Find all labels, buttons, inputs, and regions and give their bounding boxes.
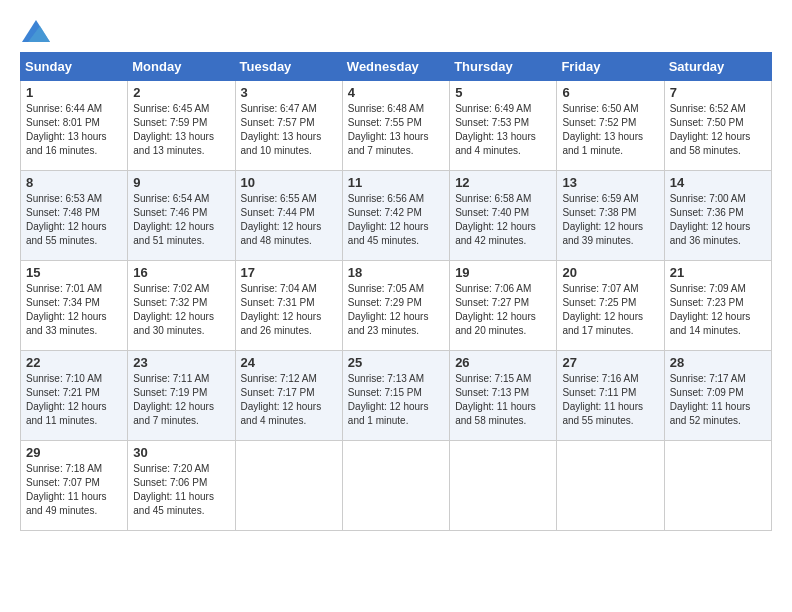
day-number: 3 bbox=[241, 85, 337, 100]
calendar-cell: 28Sunrise: 7:17 AMSunset: 7:09 PMDayligh… bbox=[664, 351, 771, 441]
calendar-cell: 15Sunrise: 7:01 AMSunset: 7:34 PMDayligh… bbox=[21, 261, 128, 351]
day-info: Sunrise: 7:05 AMSunset: 7:29 PMDaylight:… bbox=[348, 282, 444, 338]
calendar-cell: 19Sunrise: 7:06 AMSunset: 7:27 PMDayligh… bbox=[450, 261, 557, 351]
day-header-sunday: Sunday bbox=[21, 53, 128, 81]
calendar-cell bbox=[557, 441, 664, 531]
calendar-cell: 29Sunrise: 7:18 AMSunset: 7:07 PMDayligh… bbox=[21, 441, 128, 531]
day-number: 19 bbox=[455, 265, 551, 280]
day-number: 6 bbox=[562, 85, 658, 100]
day-header-monday: Monday bbox=[128, 53, 235, 81]
days-header-row: SundayMondayTuesdayWednesdayThursdayFrid… bbox=[21, 53, 772, 81]
day-number: 14 bbox=[670, 175, 766, 190]
day-number: 10 bbox=[241, 175, 337, 190]
day-header-saturday: Saturday bbox=[664, 53, 771, 81]
day-info: Sunrise: 7:13 AMSunset: 7:15 PMDaylight:… bbox=[348, 372, 444, 428]
day-number: 2 bbox=[133, 85, 229, 100]
calendar-cell: 4Sunrise: 6:48 AMSunset: 7:55 PMDaylight… bbox=[342, 81, 449, 171]
day-number: 20 bbox=[562, 265, 658, 280]
calendar-week-row: 1Sunrise: 6:44 AMSunset: 8:01 PMDaylight… bbox=[21, 81, 772, 171]
day-info: Sunrise: 7:17 AMSunset: 7:09 PMDaylight:… bbox=[670, 372, 766, 428]
day-info: Sunrise: 7:16 AMSunset: 7:11 PMDaylight:… bbox=[562, 372, 658, 428]
day-info: Sunrise: 6:56 AMSunset: 7:42 PMDaylight:… bbox=[348, 192, 444, 248]
calendar-cell: 20Sunrise: 7:07 AMSunset: 7:25 PMDayligh… bbox=[557, 261, 664, 351]
day-number: 27 bbox=[562, 355, 658, 370]
day-number: 25 bbox=[348, 355, 444, 370]
calendar-cell: 2Sunrise: 6:45 AMSunset: 7:59 PMDaylight… bbox=[128, 81, 235, 171]
day-info: Sunrise: 6:50 AMSunset: 7:52 PMDaylight:… bbox=[562, 102, 658, 158]
calendar-week-row: 8Sunrise: 6:53 AMSunset: 7:48 PMDaylight… bbox=[21, 171, 772, 261]
day-info: Sunrise: 6:44 AMSunset: 8:01 PMDaylight:… bbox=[26, 102, 122, 158]
day-info: Sunrise: 7:10 AMSunset: 7:21 PMDaylight:… bbox=[26, 372, 122, 428]
day-info: Sunrise: 6:53 AMSunset: 7:48 PMDaylight:… bbox=[26, 192, 122, 248]
day-info: Sunrise: 7:04 AMSunset: 7:31 PMDaylight:… bbox=[241, 282, 337, 338]
day-info: Sunrise: 7:06 AMSunset: 7:27 PMDaylight:… bbox=[455, 282, 551, 338]
calendar-cell: 6Sunrise: 6:50 AMSunset: 7:52 PMDaylight… bbox=[557, 81, 664, 171]
day-number: 11 bbox=[348, 175, 444, 190]
calendar-cell: 27Sunrise: 7:16 AMSunset: 7:11 PMDayligh… bbox=[557, 351, 664, 441]
calendar-cell: 17Sunrise: 7:04 AMSunset: 7:31 PMDayligh… bbox=[235, 261, 342, 351]
calendar-cell: 23Sunrise: 7:11 AMSunset: 7:19 PMDayligh… bbox=[128, 351, 235, 441]
day-number: 17 bbox=[241, 265, 337, 280]
calendar-week-row: 15Sunrise: 7:01 AMSunset: 7:34 PMDayligh… bbox=[21, 261, 772, 351]
calendar-cell: 18Sunrise: 7:05 AMSunset: 7:29 PMDayligh… bbox=[342, 261, 449, 351]
calendar-table: SundayMondayTuesdayWednesdayThursdayFrid… bbox=[20, 52, 772, 531]
calendar-cell: 26Sunrise: 7:15 AMSunset: 7:13 PMDayligh… bbox=[450, 351, 557, 441]
day-number: 12 bbox=[455, 175, 551, 190]
day-number: 28 bbox=[670, 355, 766, 370]
day-number: 16 bbox=[133, 265, 229, 280]
day-info: Sunrise: 6:49 AMSunset: 7:53 PMDaylight:… bbox=[455, 102, 551, 158]
day-info: Sunrise: 7:12 AMSunset: 7:17 PMDaylight:… bbox=[241, 372, 337, 428]
day-header-friday: Friday bbox=[557, 53, 664, 81]
day-info: Sunrise: 6:59 AMSunset: 7:38 PMDaylight:… bbox=[562, 192, 658, 248]
day-info: Sunrise: 6:48 AMSunset: 7:55 PMDaylight:… bbox=[348, 102, 444, 158]
day-number: 4 bbox=[348, 85, 444, 100]
logo bbox=[20, 20, 50, 42]
day-number: 29 bbox=[26, 445, 122, 460]
day-info: Sunrise: 7:07 AMSunset: 7:25 PMDaylight:… bbox=[562, 282, 658, 338]
calendar-cell bbox=[342, 441, 449, 531]
calendar-week-row: 22Sunrise: 7:10 AMSunset: 7:21 PMDayligh… bbox=[21, 351, 772, 441]
day-info: Sunrise: 7:01 AMSunset: 7:34 PMDaylight:… bbox=[26, 282, 122, 338]
day-info: Sunrise: 6:58 AMSunset: 7:40 PMDaylight:… bbox=[455, 192, 551, 248]
day-number: 26 bbox=[455, 355, 551, 370]
day-number: 1 bbox=[26, 85, 122, 100]
day-info: Sunrise: 7:20 AMSunset: 7:06 PMDaylight:… bbox=[133, 462, 229, 518]
calendar-week-row: 29Sunrise: 7:18 AMSunset: 7:07 PMDayligh… bbox=[21, 441, 772, 531]
day-number: 24 bbox=[241, 355, 337, 370]
day-info: Sunrise: 6:45 AMSunset: 7:59 PMDaylight:… bbox=[133, 102, 229, 158]
calendar-cell: 24Sunrise: 7:12 AMSunset: 7:17 PMDayligh… bbox=[235, 351, 342, 441]
calendar-cell: 5Sunrise: 6:49 AMSunset: 7:53 PMDaylight… bbox=[450, 81, 557, 171]
day-info: Sunrise: 6:54 AMSunset: 7:46 PMDaylight:… bbox=[133, 192, 229, 248]
day-header-tuesday: Tuesday bbox=[235, 53, 342, 81]
day-header-thursday: Thursday bbox=[450, 53, 557, 81]
calendar-cell bbox=[235, 441, 342, 531]
calendar-cell: 12Sunrise: 6:58 AMSunset: 7:40 PMDayligh… bbox=[450, 171, 557, 261]
day-number: 21 bbox=[670, 265, 766, 280]
calendar-cell: 25Sunrise: 7:13 AMSunset: 7:15 PMDayligh… bbox=[342, 351, 449, 441]
day-info: Sunrise: 6:55 AMSunset: 7:44 PMDaylight:… bbox=[241, 192, 337, 248]
calendar-cell: 11Sunrise: 6:56 AMSunset: 7:42 PMDayligh… bbox=[342, 171, 449, 261]
day-number: 8 bbox=[26, 175, 122, 190]
calendar-cell: 3Sunrise: 6:47 AMSunset: 7:57 PMDaylight… bbox=[235, 81, 342, 171]
calendar-cell: 22Sunrise: 7:10 AMSunset: 7:21 PMDayligh… bbox=[21, 351, 128, 441]
day-info: Sunrise: 6:47 AMSunset: 7:57 PMDaylight:… bbox=[241, 102, 337, 158]
calendar-cell: 13Sunrise: 6:59 AMSunset: 7:38 PMDayligh… bbox=[557, 171, 664, 261]
day-info: Sunrise: 7:11 AMSunset: 7:19 PMDaylight:… bbox=[133, 372, 229, 428]
day-number: 7 bbox=[670, 85, 766, 100]
day-number: 5 bbox=[455, 85, 551, 100]
day-number: 13 bbox=[562, 175, 658, 190]
day-info: Sunrise: 7:09 AMSunset: 7:23 PMDaylight:… bbox=[670, 282, 766, 338]
day-number: 9 bbox=[133, 175, 229, 190]
calendar-cell: 9Sunrise: 6:54 AMSunset: 7:46 PMDaylight… bbox=[128, 171, 235, 261]
calendar-cell: 16Sunrise: 7:02 AMSunset: 7:32 PMDayligh… bbox=[128, 261, 235, 351]
page-header bbox=[20, 20, 772, 42]
calendar-cell bbox=[664, 441, 771, 531]
day-info: Sunrise: 7:00 AMSunset: 7:36 PMDaylight:… bbox=[670, 192, 766, 248]
day-number: 18 bbox=[348, 265, 444, 280]
logo-icon bbox=[22, 20, 50, 42]
day-info: Sunrise: 7:02 AMSunset: 7:32 PMDaylight:… bbox=[133, 282, 229, 338]
calendar-cell bbox=[450, 441, 557, 531]
calendar-cell: 30Sunrise: 7:20 AMSunset: 7:06 PMDayligh… bbox=[128, 441, 235, 531]
day-number: 23 bbox=[133, 355, 229, 370]
calendar-cell: 1Sunrise: 6:44 AMSunset: 8:01 PMDaylight… bbox=[21, 81, 128, 171]
